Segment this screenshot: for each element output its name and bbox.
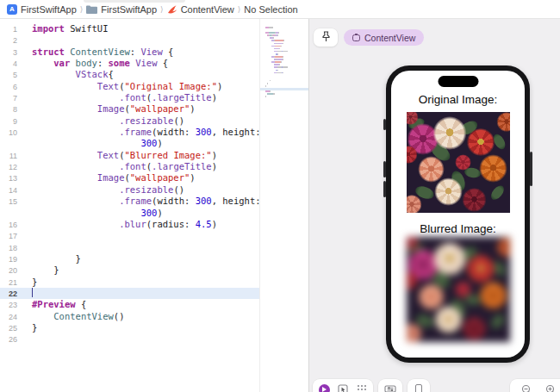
pin-preview-button[interactable] bbox=[314, 28, 338, 47]
code-line[interactable]: 9 .resizable() bbox=[0, 115, 259, 127]
code-text: .frame(width: 300, height: bbox=[32, 196, 261, 207]
code-line[interactable]: 3struct ContentView: View { bbox=[0, 47, 259, 58]
line-number: 7 bbox=[0, 92, 17, 103]
code-line[interactable]: 6 Text("Original Image:") bbox=[0, 81, 259, 92]
code-line[interactable]: 13 Image("wallpaper") bbox=[0, 172, 259, 184]
preview-canvas: ContentView Original Image: Blurred Imag… bbox=[308, 19, 560, 392]
code-line[interactable]: 300) bbox=[0, 208, 259, 219]
volume-down-button bbox=[383, 181, 386, 197]
swift-file-icon bbox=[167, 4, 177, 15]
code-line[interactable]: 21} bbox=[0, 277, 259, 288]
code-line[interactable]: 19 } bbox=[0, 253, 259, 264]
minimap-line bbox=[265, 99, 308, 101]
code-text: Text("Blurred Image:") bbox=[32, 150, 217, 161]
code-line[interactable]: 16 .blur(radius: 4.5) bbox=[0, 219, 259, 230]
minimap-line bbox=[265, 70, 308, 72]
flower-shape bbox=[496, 112, 510, 132]
code-text bbox=[32, 288, 33, 299]
code-text: import SwiftUI bbox=[32, 23, 109, 34]
play-icon bbox=[319, 384, 330, 392]
code-text: .blur(radius: 4.5) bbox=[32, 219, 217, 230]
code-text: Image("wallpaper") bbox=[32, 172, 196, 184]
line-number: 13 bbox=[0, 172, 17, 184]
breadcrumb-item-selection[interactable]: No Selection bbox=[244, 4, 297, 15]
code-line[interactable]: 14 .resizable() bbox=[0, 184, 259, 196]
breadcrumb-item-project[interactable]: A FirstSwiftApp bbox=[7, 4, 77, 15]
breadcrumb-label: ContentView bbox=[181, 4, 234, 15]
zoom-out-button[interactable] bbox=[519, 383, 534, 392]
variants-mode-button[interactable] bbox=[354, 383, 370, 392]
breadcrumb-item-file[interactable]: ContentView bbox=[167, 4, 234, 15]
zoom-group bbox=[510, 379, 560, 392]
code-text: .resizable() bbox=[32, 184, 184, 196]
code-line[interactable]: 7 .font(.largeTitle) bbox=[0, 92, 259, 103]
mute-switch bbox=[383, 119, 386, 130]
device-preview-icon bbox=[352, 34, 360, 41]
device-settings-button[interactable] bbox=[383, 383, 398, 392]
code-line[interactable]: 300) bbox=[0, 138, 259, 149]
source-editor[interactable]: 1import SwiftUI23struct ContentView: Vie… bbox=[0, 19, 259, 392]
leaf-shape bbox=[488, 184, 507, 202]
minimap-line bbox=[265, 83, 308, 84]
original-image-label: Original Image: bbox=[391, 93, 525, 106]
code-line[interactable]: 11 Text("Blurred Image:") bbox=[0, 150, 259, 161]
code-line[interactable]: 24 ContentView() bbox=[0, 311, 259, 322]
line-number: 21 bbox=[0, 277, 17, 288]
code-line[interactable]: 17 bbox=[0, 230, 259, 241]
line-number: 14 bbox=[0, 184, 17, 196]
device-screen[interactable]: Original Image: Blurred Image: bbox=[391, 71, 525, 358]
code-line[interactable]: 22 bbox=[0, 288, 259, 299]
preview-target-pill[interactable]: ContentView bbox=[344, 29, 424, 46]
flower-shape bbox=[466, 128, 495, 157]
line-number: 12 bbox=[0, 161, 17, 172]
line-number: 2 bbox=[0, 34, 17, 46]
code-line[interactable]: 25} bbox=[0, 322, 259, 333]
line-number bbox=[0, 208, 17, 219]
live-preview-button[interactable] bbox=[316, 383, 332, 392]
line-number: 17 bbox=[0, 230, 17, 241]
code-line[interactable]: 4 var body: some View { bbox=[0, 58, 259, 69]
minimap-line bbox=[265, 66, 308, 68]
code-line[interactable]: 8 Image("wallpaper") bbox=[0, 103, 259, 115]
code-text: } bbox=[32, 264, 59, 276]
code-line[interactable]: 5 VStack{ bbox=[0, 69, 259, 80]
code-line[interactable]: 20 } bbox=[0, 264, 259, 276]
code-line[interactable]: 18 bbox=[0, 242, 259, 253]
code-line[interactable]: 2 bbox=[0, 34, 259, 46]
selectable-mode-button[interactable] bbox=[335, 383, 351, 392]
zoom-in-button[interactable] bbox=[543, 383, 558, 392]
code-line[interactable]: 26 bbox=[0, 333, 259, 345]
leaf-shape bbox=[488, 311, 506, 330]
code-line[interactable]: 10 .frame(width: 300, height: bbox=[0, 127, 259, 138]
code-line[interactable]: 15 .frame(width: 300, height: bbox=[0, 196, 259, 207]
line-number: 24 bbox=[0, 311, 17, 322]
line-number: 11 bbox=[0, 150, 17, 161]
minimap-line bbox=[265, 90, 308, 92]
code-line[interactable]: 12 .font(.largeTitle) bbox=[0, 161, 259, 172]
breadcrumb-item-group[interactable]: FirstSwiftApp bbox=[86, 4, 157, 15]
line-number: 16 bbox=[0, 219, 17, 230]
code-line[interactable]: 23#Preview { bbox=[0, 299, 259, 310]
code-text: 300) bbox=[32, 208, 163, 219]
line-number: 26 bbox=[0, 333, 17, 345]
code-text: ContentView() bbox=[32, 311, 125, 322]
editor-minimap[interactable] bbox=[259, 19, 308, 392]
flower-shape bbox=[496, 237, 510, 258]
code-line[interactable]: 1import SwiftUI bbox=[0, 23, 259, 34]
flower-shape bbox=[455, 281, 471, 298]
flower-shape bbox=[479, 281, 508, 310]
line-number: 8 bbox=[0, 103, 17, 115]
code-text: .resizable() bbox=[32, 115, 184, 127]
minimap-line bbox=[265, 59, 308, 60]
line-number: 25 bbox=[0, 322, 17, 333]
power-button bbox=[530, 152, 532, 186]
jump-bar: A FirstSwiftApp ⟩ FirstSwiftApp ⟩ Conten… bbox=[0, 0, 560, 19]
line-number: 5 bbox=[0, 69, 17, 80]
minimap-line bbox=[265, 43, 308, 45]
code-text: } bbox=[32, 277, 37, 288]
device-picker-button[interactable] bbox=[411, 383, 426, 392]
breadcrumb-label: FirstSwiftApp bbox=[101, 4, 157, 15]
device-picker-group bbox=[408, 379, 430, 392]
breadcrumb-separator: ⟩ bbox=[160, 4, 164, 14]
code-text: Image("wallpaper") bbox=[32, 103, 196, 115]
